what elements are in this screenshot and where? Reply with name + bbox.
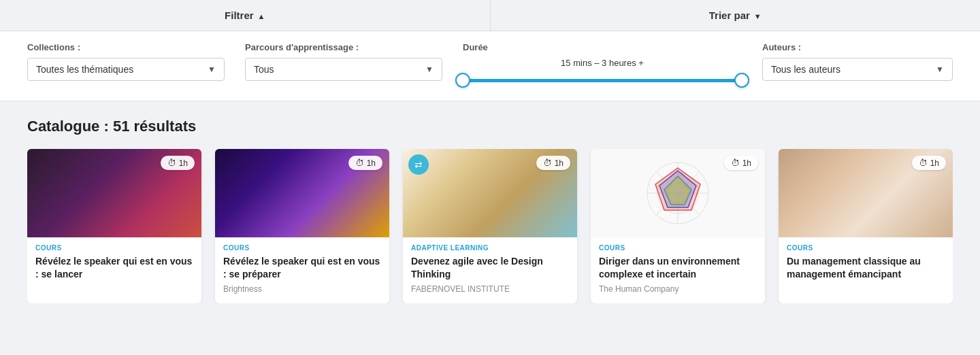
trier-chevron-down-icon [754,10,762,21]
card-3-duration-badge: ⏱ 1h [536,156,570,170]
card-2-duration: 1h [367,158,376,168]
slider-thumb-right[interactable] [734,73,749,88]
card-4-type: COURS [599,244,757,252]
catalogue-section: Catalogue : 51 résultats ⏱ 1h COURS Révé… [0,101,980,303]
card-2-duration-badge: ⏱ 1h [348,156,382,170]
auteurs-value: Tous les auteurs [771,64,840,75]
clock-icon: ⏱ [355,158,364,168]
card-1-title: Révélez le speaker qui est en vous : se … [35,255,193,281]
parcours-value: Tous [254,64,274,75]
card-3-duration: 1h [555,158,564,168]
parcours-select[interactable]: Tous ▼ [245,58,442,81]
clock-icon: ⏱ [919,158,928,168]
duree-filter-group: Durée 15 mins – 3 heures + [463,42,742,87]
slider-thumb-left[interactable] [455,73,470,88]
card-4-author: The Human Company [599,284,757,294]
clock-icon: ⏱ [167,158,176,168]
card-3-type: ADAPTIVE LEARNING [411,244,569,252]
filter-bar: Filtrer Trier par [0,0,980,31]
auteurs-filter-group: Auteurs : Tous les auteurs ▼ [762,42,953,81]
card-1-type: COURS [35,244,193,252]
card-1-duration: 1h [179,158,188,168]
card-5-duration-badge: ⏱ 1h [912,156,946,170]
card-2-title: Révélez le speaker qui est en vous : se … [223,255,381,281]
collections-label: Collections : [27,42,225,52]
filter-controls: Collections : Toutes les thématiques ▼ P… [0,31,980,101]
card-4[interactable]: ⏱ 1h COURS Diriger dans un environnement… [591,149,765,303]
card-2[interactable]: ⏱ 1h COURS Révélez le speaker qui est en… [215,149,389,303]
card-2-author: Brightness [223,284,381,294]
collections-filter-group: Collections : Toutes les thématiques ▼ [27,42,225,81]
card-1-body: COURS Révélez le speaker qui est en vous… [27,237,201,294]
parcours-filter-group: Parcours d'apprentissage : Tous ▼ [245,42,442,81]
card-5-title: Du management classique au management ém… [787,255,945,281]
card-3-body: ADAPTIVE LEARNING Devenez agile avec le … [403,237,577,303]
collections-value: Toutes les thématiques [36,64,133,75]
trier-toggle[interactable]: Trier par [491,0,981,31]
filtrer-toggle[interactable]: Filtrer [0,0,491,31]
card-3-image: ⇄ ⏱ 1h [403,149,577,237]
trier-text: Trier par [709,10,750,21]
card-3-title: Devenez agile avec le Design Thinking [411,255,569,281]
auteurs-chevron-down-icon: ▼ [936,65,944,74]
card-5-body: COURS Du management classique au managem… [779,237,953,294]
card-4-duration-badge: ⏱ 1h [724,156,758,170]
duree-range-label: 15 mins – 3 heures + [561,58,644,68]
filtrer-label: Filtrer [225,10,265,21]
duree-label: Durée [463,42,742,52]
filtrer-text: Filtrer [225,10,254,21]
card-2-body: COURS Révélez le speaker qui est en vous… [215,237,389,303]
card-4-image: ⏱ 1h [591,149,765,237]
duree-slider[interactable] [463,73,742,87]
radar-chart-svg [640,156,715,231]
card-3-author: FABERNOVEL INSTITUTE [411,284,569,294]
card-5-duration: 1h [930,158,939,168]
card-2-type: COURS [223,244,381,252]
auteurs-label: Auteurs : [762,42,953,52]
card-1-duration-badge: ⏱ 1h [161,156,195,170]
clock-icon: ⏱ [731,158,740,168]
card-4-duration: 1h [742,158,751,168]
filtrer-chevron-up-icon [258,10,265,21]
card-4-title: Diriger dans un environnement complexe e… [599,255,757,281]
card-5[interactable]: ⏱ 1h COURS Du management classique au ma… [779,149,953,303]
card-5-image: ⏱ 1h [779,149,953,237]
collections-chevron-down-icon: ▼ [208,65,216,74]
card-5-type: COURS [787,244,945,252]
card-1[interactable]: ⏱ 1h COURS Révélez le speaker qui est en… [27,149,201,303]
cards-row: ⏱ 1h COURS Révélez le speaker qui est en… [27,149,953,303]
collections-select[interactable]: Toutes les thématiques ▼ [27,58,225,81]
duree-range-row: 15 mins – 3 heures + [463,58,742,68]
card-1-image: ⏱ 1h [27,149,201,237]
auteurs-select[interactable]: Tous les auteurs ▼ [762,58,953,81]
clock-icon: ⏱ [543,158,552,168]
shuffle-icon: ⇄ [408,154,429,175]
card-3[interactable]: ⇄ ⏱ 1h ADAPTIVE LEARNING Devenez agile a… [403,149,577,303]
parcours-label: Parcours d'apprentissage : [245,42,442,52]
catalogue-title: Catalogue : 51 résultats [27,118,953,135]
trier-label: Trier par [709,10,762,21]
slider-track [463,79,742,82]
card-4-body: COURS Diriger dans un environnement comp… [591,237,765,303]
card-2-image: ⏱ 1h [215,149,389,237]
parcours-chevron-down-icon: ▼ [425,65,434,74]
